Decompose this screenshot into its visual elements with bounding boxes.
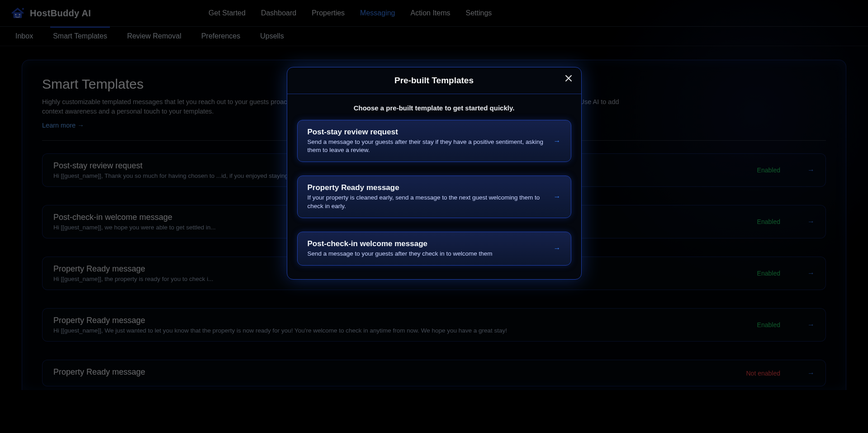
prebuilt-templates-modal: Pre-built Templates Choose a pre-built t… xyxy=(287,67,582,280)
prebuilt-card-desc: If your property is cleaned early, send … xyxy=(308,194,545,210)
close-icon[interactable] xyxy=(565,75,572,84)
prebuilt-card-desc: Send a message to your guests after thei… xyxy=(308,138,545,154)
modal-body: Post-stay review request Send a message … xyxy=(287,120,581,279)
modal-subtitle: Choose a pre-built template to get start… xyxy=(287,94,581,120)
prebuilt-card-property-ready[interactable]: Property Ready message If your property … xyxy=(297,176,571,218)
prebuilt-card-title: Post-check-in welcome message xyxy=(308,239,545,248)
prebuilt-card-desc: Send a message to your guests after they… xyxy=(308,250,545,258)
arrow-right-icon: → xyxy=(554,193,561,201)
modal-overlay[interactable]: Pre-built Templates Choose a pre-built t… xyxy=(0,0,868,433)
prebuilt-card-post-checkin-welcome[interactable]: Post-check-in welcome message Send a mes… xyxy=(297,232,571,266)
modal-title: Pre-built Templates xyxy=(394,76,474,86)
prebuilt-card-title: Post-stay review request xyxy=(308,128,545,137)
prebuilt-card-post-stay-review[interactable]: Post-stay review request Send a message … xyxy=(297,120,571,162)
arrow-right-icon: → xyxy=(554,137,561,145)
modal-header: Pre-built Templates xyxy=(287,67,581,94)
prebuilt-card-title: Property Ready message xyxy=(308,183,545,192)
arrow-right-icon: → xyxy=(554,244,561,252)
